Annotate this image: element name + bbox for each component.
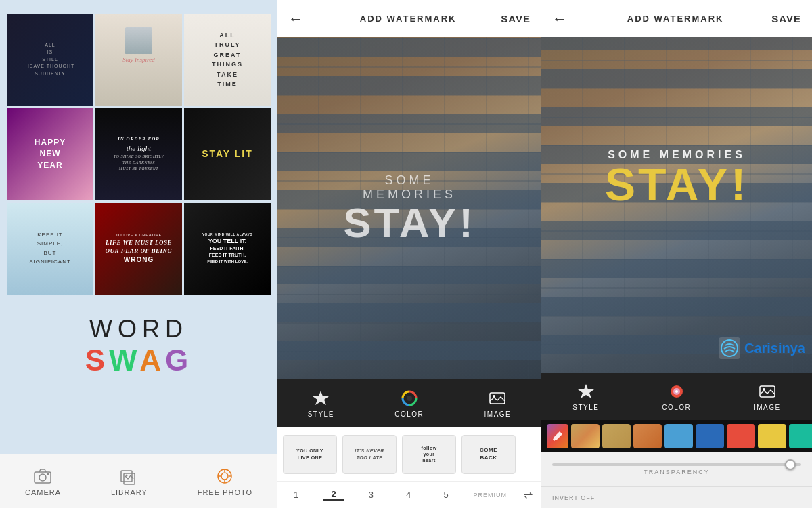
- right-tool-color[interactable]: COLOR: [662, 382, 691, 411]
- right-header-title: ADD WATERMARK: [627, 14, 724, 24]
- color-swatch-1[interactable]: [602, 424, 631, 448]
- transparency-slider[interactable]: [552, 463, 801, 466]
- gallery-grid: ALL IS STILL HEAVE THOUGHT SUDDENLY Stay…: [7, 14, 271, 295]
- gallery-cell-3[interactable]: ALLTRULYGREATTHINGSTAKETIME: [184, 14, 271, 106]
- style-icon: [311, 389, 330, 408]
- wordswag-swag-text: SWAG: [85, 343, 192, 377]
- num-4[interactable]: 4: [399, 490, 419, 500]
- watermark-logo-icon: [719, 337, 740, 359]
- wordswag-word-text: WORD: [85, 315, 192, 343]
- color-swatch-0[interactable]: [571, 424, 600, 448]
- mid-style-label: STYLE: [308, 410, 334, 418]
- shuffle-icon[interactable]: ⇌: [524, 488, 533, 501]
- transparency-area: TRANSPARENCY: [541, 452, 812, 486]
- gallery-cell-2[interactable]: Stay Inspired: [95, 14, 182, 106]
- color-icon: [400, 389, 419, 408]
- gallery-cell-4[interactable]: HAPPYNEWYEAR: [7, 108, 93, 200]
- gallery-cell-1[interactable]: ALL IS STILL HEAVE THOUGHT SUDDENLY: [7, 14, 93, 106]
- gallery-cell-6[interactable]: STAY LIT: [184, 108, 271, 200]
- svg-point-19: [763, 388, 765, 391]
- mid-header: ← ADD WATERMARK SAVE: [277, 0, 541, 37]
- swag-w: W: [109, 343, 139, 377]
- right-header: ← ADD WATERMARK SAVE: [541, 0, 812, 37]
- mid-save-button[interactable]: SAVE: [501, 13, 531, 24]
- mid-back-button[interactable]: ←: [288, 10, 315, 28]
- color-pen-button[interactable]: [547, 424, 568, 448]
- nav-camera[interactable]: CAMERA: [25, 467, 61, 496]
- mid-style-strip: YOU ONLYLIVE ONE It's nevertoo late foll…: [277, 427, 541, 481]
- num-2[interactable]: 2: [323, 489, 344, 501]
- mid-toolbar: STYLE COLOR: [277, 379, 541, 427]
- right-save-button[interactable]: SAVE: [771, 13, 801, 24]
- watermark-text: Carisinyа: [744, 341, 805, 356]
- watermark-area: Carisinyа: [719, 337, 805, 359]
- premium-badge: PREMIUM: [473, 492, 507, 499]
- svg-point-5: [125, 474, 127, 476]
- mid-image-label: IMAGE: [484, 410, 512, 418]
- library-label: LIBRARY: [111, 488, 148, 496]
- invert-area: INVERT OFF: [541, 486, 812, 508]
- num-3[interactable]: 3: [361, 490, 381, 500]
- right-image-label: IMAGE: [754, 404, 781, 411]
- camera-icon: [33, 467, 52, 486]
- gallery-text-5: IN ORDER FOR the light TO SHINE SO BRIGH…: [95, 108, 182, 200]
- style-card-4[interactable]: COMEBACK: [461, 435, 516, 474]
- mid-photo-area: SOME MEMORIES STAY!: [277, 37, 541, 379]
- svg-point-7: [221, 473, 228, 480]
- right-style-label: STYLE: [572, 404, 599, 411]
- color-swatch-6[interactable]: [758, 424, 786, 448]
- free-photo-icon: [215, 467, 234, 486]
- invert-label: INVERT OFF: [552, 494, 595, 501]
- gallery-text-2: Stay Inspired: [95, 14, 182, 106]
- slider-thumb[interactable]: [785, 459, 796, 470]
- color-swatch-4[interactable]: [696, 424, 724, 448]
- color-swatch-5[interactable]: [727, 424, 755, 448]
- svg-point-12: [493, 395, 495, 398]
- gallery-text-9: YOUR MIND WILL ALWAYS YOU TELL IT. FEED …: [184, 203, 271, 295]
- wordswag-logo: WORD SWAG: [85, 315, 192, 377]
- mid-building-windows: [277, 37, 541, 379]
- mid-tool-color[interactable]: COLOR: [394, 389, 424, 418]
- num-1[interactable]: 1: [286, 490, 307, 500]
- right-toolbar: STYLE COLOR IMAGE: [541, 373, 812, 420]
- svg-point-2: [47, 473, 49, 475]
- right-building-windows: [541, 37, 812, 373]
- gallery-cell-9[interactable]: YOUR MIND WILL ALWAYS YOU TELL IT. FEED …: [184, 203, 271, 295]
- nav-library[interactable]: LIBRARY: [111, 467, 148, 496]
- nav-free-photo[interactable]: FREE PHOTO: [198, 467, 252, 496]
- transparency-label: TRANSPARENCY: [644, 469, 709, 475]
- num-5[interactable]: 5: [436, 490, 456, 500]
- image-icon: [488, 389, 507, 408]
- right-color-icon: [667, 382, 686, 401]
- color-swatch-2[interactable]: [633, 424, 662, 448]
- mid-tool-style[interactable]: STYLE: [308, 389, 334, 418]
- swag-a: A: [139, 343, 165, 377]
- right-tool-image[interactable]: IMAGE: [754, 382, 781, 411]
- right-photo-area: SOME MEMORIES STAY! Carisinyа: [541, 37, 812, 373]
- mid-tool-image[interactable]: IMAGE: [484, 389, 512, 418]
- mid-panel: ← ADD WATERMARK SAVE SOME MEMORIES STAY!…: [277, 0, 541, 508]
- svg-point-10: [407, 396, 412, 401]
- gallery-text-8: TO LIVE A CREATIVE life we must loseour …: [95, 203, 182, 295]
- swag-g: G: [165, 343, 192, 377]
- svg-marker-8: [313, 391, 329, 405]
- left-panel: ALL IS STILL HEAVE THOUGHT SUDDENLY Stay…: [0, 0, 277, 508]
- mid-numbers-strip: 1 2 3 4 5 PREMIUM ⇌: [277, 481, 541, 508]
- right-back-button[interactable]: ←: [552, 10, 579, 28]
- gallery-cell-8[interactable]: TO LIVE A CREATIVE life we must loseour …: [95, 203, 182, 295]
- style-card-1[interactable]: YOU ONLYLIVE ONE: [283, 435, 337, 474]
- color-swatch-3[interactable]: [664, 424, 693, 448]
- mid-header-title: ADD WATERMARK: [360, 14, 457, 24]
- free-photo-label: FREE PHOTO: [198, 488, 252, 496]
- style-card-3[interactable]: followyourheart: [402, 435, 456, 474]
- right-style-icon: [577, 382, 595, 401]
- right-color-label: COLOR: [662, 404, 691, 411]
- color-swatch-7[interactable]: [789, 424, 812, 448]
- gallery-cell-5[interactable]: IN ORDER FOR the light TO SHINE SO BRIGH…: [95, 108, 182, 200]
- gallery-cell-7[interactable]: KEEP ITSIMPLE,BUTSIGNIFICANT: [7, 203, 93, 295]
- gallery-text-1: ALL IS STILL HEAVE THOUGHT SUDDENLY: [7, 14, 93, 106]
- style-card-2[interactable]: It's nevertoo late: [342, 435, 397, 474]
- gallery-text-6: STAY LIT: [184, 108, 271, 200]
- right-panel: ← ADD WATERMARK SAVE SOME MEMORIES STAY!…: [541, 0, 812, 508]
- right-tool-style[interactable]: STYLE: [572, 382, 599, 411]
